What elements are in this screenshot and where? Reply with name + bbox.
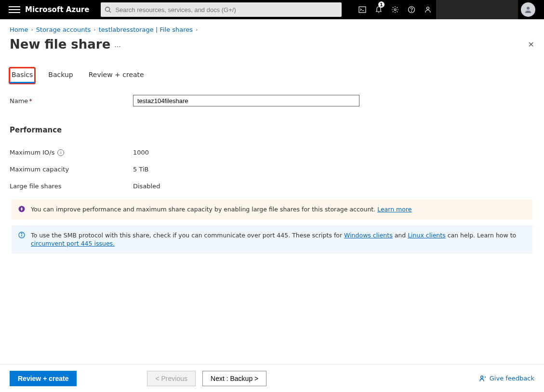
svg-point-8 xyxy=(427,7,429,10)
large-shares-value: Disabled xyxy=(133,183,160,190)
info-text: To use the SMB protocol with this share,… xyxy=(31,231,526,248)
learn-more-link[interactable]: Learn more xyxy=(377,206,411,213)
previous-button: < Previous xyxy=(147,371,196,386)
review-create-button[interactable]: Review + create xyxy=(10,371,77,386)
windows-clients-link[interactable]: Windows clients xyxy=(344,232,393,239)
top-bar: Microsoft Azure 1 xyxy=(0,0,544,19)
breadcrumb-storage-fileshares[interactable]: testlabresstorage | File shares xyxy=(99,26,193,33)
cloud-shell-icon[interactable] xyxy=(354,0,371,19)
name-label: Name* xyxy=(10,97,133,105)
svg-point-9 xyxy=(527,7,530,10)
name-row: Name* xyxy=(10,95,534,106)
performance-heading: Performance xyxy=(10,126,534,134)
svg-point-13 xyxy=(21,233,22,234)
form-area: Name* Performance Maximum IO/s i 1000 Ma… xyxy=(0,83,544,302)
menu-icon[interactable] xyxy=(9,4,20,15)
feedback-icon[interactable] xyxy=(420,0,436,19)
avatar[interactable] xyxy=(521,2,535,17)
feedback-icon xyxy=(479,375,487,382)
more-icon[interactable]: ⋯ xyxy=(114,42,122,50)
max-capacity-value: 5 TiB xyxy=(133,166,148,173)
port-445-link[interactable]: circumvent port 445 issues. xyxy=(31,240,115,247)
upsell-text: You can improve performance and maximum … xyxy=(31,205,411,214)
info-icon xyxy=(18,232,26,248)
info-icon[interactable]: i xyxy=(57,149,64,156)
required-marker: * xyxy=(29,97,32,105)
linux-clients-link[interactable]: Linux clients xyxy=(408,232,446,239)
close-icon[interactable]: ✕ xyxy=(528,40,534,49)
footer: Review + create < Previous Next : Backup… xyxy=(0,364,544,392)
chevron-right-icon: › xyxy=(31,26,33,33)
account-area[interactable] xyxy=(436,0,518,19)
upsell-banner: You can improve performance and maximum … xyxy=(12,199,532,220)
search-icon xyxy=(105,6,111,15)
tab-backup[interactable]: Backup xyxy=(46,68,75,83)
notification-badge: 1 xyxy=(378,1,385,8)
tabs: Basics Backup Review + create xyxy=(0,53,544,83)
svg-line-1 xyxy=(109,11,111,13)
large-shares-row: Large file shares Disabled xyxy=(10,183,534,190)
settings-icon[interactable] xyxy=(387,0,403,19)
search-wrapper xyxy=(101,2,342,17)
name-input[interactable] xyxy=(133,95,359,106)
chevron-right-icon: › xyxy=(93,26,95,33)
large-shares-label: Large file shares xyxy=(10,183,133,190)
max-io-row: Maximum IO/s i 1000 xyxy=(10,149,534,156)
breadcrumb-storage-accounts[interactable]: Storage accounts xyxy=(36,26,91,33)
svg-point-5 xyxy=(394,9,396,11)
help-icon[interactable] xyxy=(403,0,420,19)
svg-point-0 xyxy=(106,7,110,12)
svg-point-7 xyxy=(411,11,412,12)
max-capacity-row: Maximum capacity 5 TiB xyxy=(10,166,534,173)
next-button[interactable]: Next : Backup > xyxy=(202,371,266,386)
chevron-right-icon: › xyxy=(196,26,198,33)
max-capacity-label: Maximum capacity xyxy=(10,166,133,173)
svg-rect-2 xyxy=(359,7,366,13)
brand-label: Microsoft Azure xyxy=(25,5,89,14)
give-feedback-link[interactable]: Give feedback xyxy=(479,375,534,382)
breadcrumb-home[interactable]: Home xyxy=(10,26,28,33)
max-io-value: 1000 xyxy=(133,149,149,156)
title-row: New file share ⋯ ✕ xyxy=(0,37,544,53)
notifications-icon[interactable]: 1 xyxy=(371,0,387,19)
breadcrumb: Home › Storage accounts › testlabresstor… xyxy=(0,19,544,37)
search-input[interactable] xyxy=(101,2,342,17)
info-banner: To use the SMB protocol with this share,… xyxy=(12,225,532,254)
svg-point-14 xyxy=(480,376,483,378)
max-io-label: Maximum IO/s i xyxy=(10,149,133,156)
tab-basics[interactable]: Basics xyxy=(10,68,35,83)
tab-review[interactable]: Review + create xyxy=(87,68,146,83)
compass-icon xyxy=(18,206,26,214)
page-title: New file share xyxy=(10,37,110,52)
